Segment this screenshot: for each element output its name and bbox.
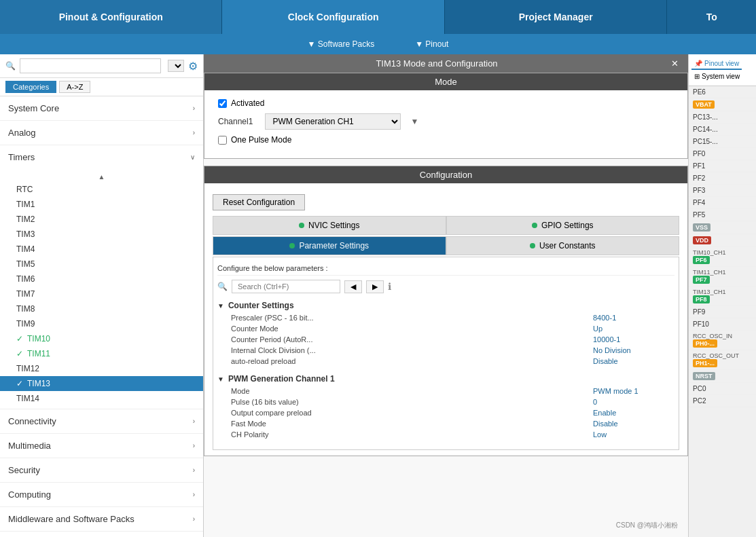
sidebar-item-tim5[interactable]: TIM5	[0, 257, 203, 272]
info-icon[interactable]: ℹ	[388, 281, 391, 292]
sidebar-item-tim10[interactable]: ✓ TIM10	[0, 331, 203, 346]
check-icon: ✓	[16, 334, 23, 344]
pin-nrst: NRST	[689, 370, 756, 383]
sub-navigation: ▼ Software Packs ▼ Pinout	[0, 34, 756, 54]
close-icon[interactable]: ✕	[666, 58, 684, 69]
search-dropdown[interactable]	[168, 60, 184, 72]
sidebar-item-tim12[interactable]: TIM12	[0, 361, 203, 376]
tab-categories[interactable]: Categories	[5, 81, 56, 93]
configuration-section: Configuration Reset Configuration NVIC S…	[204, 166, 688, 456]
pin-pf6: TIM10_CH1 PF6	[689, 247, 756, 267]
one-pulse-mode-checkbox[interactable]	[218, 136, 227, 145]
category-multimedia-header[interactable]: Multimedia ›	[0, 434, 203, 458]
sidebar-search-row: 🔍 ⚙	[0, 54, 203, 78]
param-clock-division: Internal Clock Division (... No Division	[217, 345, 674, 356]
config-section-header: Configuration	[204, 166, 687, 183]
category-computing-header[interactable]: Computing ›	[0, 483, 203, 506]
tab-system-view[interactable]: ⊞ System view	[691, 71, 742, 81]
pin-pc13: PC13-...	[689, 111, 756, 124]
sidebar-item-tim9[interactable]: TIM9	[0, 316, 203, 331]
pwm-generation-header[interactable]: ▼ PWM Generation Channel 1	[217, 372, 674, 386]
grid-icon: ⊞	[694, 73, 700, 80]
pin-badge: VBAT	[693, 100, 715, 109]
watermark: CSDN @鸿喵小湘粉	[616, 521, 678, 530]
one-pulse-mode-label[interactable]: One Pulse Mode	[218, 135, 291, 145]
check-icon: ✓	[16, 349, 23, 358]
search-icon: 🔍	[5, 61, 16, 71]
nav-tools[interactable]: To	[667, 0, 756, 34]
tab-a-z[interactable]: A->Z	[59, 81, 90, 93]
sidebar-item-rtc[interactable]: RTC	[0, 182, 203, 197]
category-analog-header[interactable]: Analog ›	[0, 121, 203, 145]
sidebar-item-tim6[interactable]: TIM6	[0, 272, 203, 286]
main-layout: 🔍 ⚙ Categories A->Z System Core ›	[0, 54, 756, 537]
sidebar-item-tim3[interactable]: TIM3	[0, 227, 203, 242]
category-middleware: Middleware and Software Packs ›	[0, 507, 203, 532]
pin-badge: PH1-...	[693, 359, 717, 367]
timers-list: ▲ RTC TIM1 TIM2 TIM3 TIM4 TIM5 TIM6 TIM7…	[0, 169, 203, 409]
chevron-down-icon: ▼	[217, 375, 224, 383]
params-search-input[interactable]	[232, 280, 340, 293]
category-security-header[interactable]: Security ›	[0, 458, 203, 482]
pin-pf8: TIM13_CH1 PF8	[689, 286, 756, 306]
sidebar-item-tim4[interactable]: TIM4	[0, 242, 203, 257]
counter-settings-header[interactable]: ▼ Counter Settings	[217, 299, 674, 312]
sidebar-item-tim14[interactable]: TIM14	[0, 391, 203, 406]
pin-badge: PF6	[693, 256, 710, 264]
sidebar-item-tim11[interactable]: ✓ TIM11	[0, 346, 203, 361]
category-timers-header[interactable]: Timers ∨	[0, 145, 203, 169]
search-input[interactable]	[20, 58, 161, 73]
category-connectivity-header[interactable]: Connectivity ›	[0, 409, 203, 433]
pin-vbat: VBAT	[689, 98, 756, 111]
sidebar-item-tim8[interactable]: TIM8	[0, 301, 203, 316]
params-next-button[interactable]: ▶	[366, 280, 384, 293]
pin-pf4: PF4	[689, 197, 756, 209]
category-system-core-header[interactable]: System Core ›	[0, 96, 203, 120]
sidebar-category-list: System Core › Analog › Timers ∨	[0, 96, 203, 537]
reset-config-button[interactable]: Reset Configuration	[213, 194, 305, 210]
activated-checkbox[interactable]	[218, 99, 227, 108]
pin-pf10: PF10	[689, 318, 756, 331]
tab-nvic-settings[interactable]: NVIC Settings	[213, 216, 446, 235]
sidebar-tabs: Categories A->Z	[0, 78, 203, 96]
subnav-pinout[interactable]: ▼ Pinout	[415, 39, 448, 49]
category-multimedia: Multimedia ›	[0, 434, 203, 458]
params-prev-button[interactable]: ◀	[344, 280, 362, 293]
channel1-select[interactable]: PWM Generation CH1 Input Capture direct …	[265, 113, 401, 130]
pin-icon: 📌	[694, 60, 702, 67]
pin-badge: VSS	[693, 223, 710, 232]
param-auto-reload: auto-reload preload Disable	[217, 356, 674, 367]
parameters-panel: Configure the below parameters : 🔍 ◀ ▶ ℹ…	[213, 257, 679, 450]
sidebar-item-tim13[interactable]: ✓ TIM13	[0, 376, 203, 391]
pin-pc15: PC15-...	[689, 136, 756, 148]
tab-user-constants[interactable]: User Constants	[446, 236, 680, 255]
tab-gpio-settings[interactable]: GPIO Settings	[446, 216, 680, 235]
pin-pf2: PF2	[689, 172, 756, 185]
config-tabs-row2: Parameter Settings User Constants	[213, 236, 679, 255]
sidebar-item-tim1[interactable]: TIM1	[0, 197, 203, 212]
category-middleware-header[interactable]: Middleware and Software Packs ›	[0, 507, 203, 531]
activated-row: Activated	[218, 98, 674, 108]
nav-clock[interactable]: Clock Configuration	[222, 0, 444, 34]
param-prescaler: Prescaler (PSC - 16 bit... 8400-1	[217, 312, 674, 323]
pin-badge: PF7	[693, 276, 710, 284]
config-panel: TIM13 Mode and Configuration ✕ Mode Acti…	[204, 54, 688, 537]
chevron-down-icon: ▼	[217, 302, 224, 310]
sidebar-item-tim7[interactable]: TIM7	[0, 286, 203, 301]
subnav-software-packs[interactable]: ▼ Software Packs	[308, 39, 375, 49]
gear-icon[interactable]: ⚙	[188, 60, 198, 73]
pin-view-tabs-2: ⊞ System view	[691, 71, 753, 81]
params-hint: Configure the below parameters :	[217, 261, 674, 276]
tab-pinout-view[interactable]: 📌 Pinout view	[691, 58, 742, 70]
chevron-right-icon: ›	[193, 515, 195, 523]
pin-view-header: 📌 Pinout view ⊞ System view	[689, 54, 756, 86]
config-tabs-row1: NVIC Settings GPIO Settings	[213, 216, 679, 235]
sidebar-item-tim2[interactable]: TIM2	[0, 212, 203, 227]
chevron-right-icon: ›	[193, 466, 195, 474]
scroll-up-icon[interactable]: ▲	[98, 173, 105, 181]
nav-pinout[interactable]: Pinout & Configuration	[0, 0, 222, 34]
nav-project[interactable]: Project Manager	[445, 0, 667, 34]
tab-parameter-settings[interactable]: Parameter Settings	[213, 236, 446, 255]
pin-vdd: VDD	[689, 234, 756, 247]
activated-checkbox-label[interactable]: Activated	[218, 98, 264, 108]
